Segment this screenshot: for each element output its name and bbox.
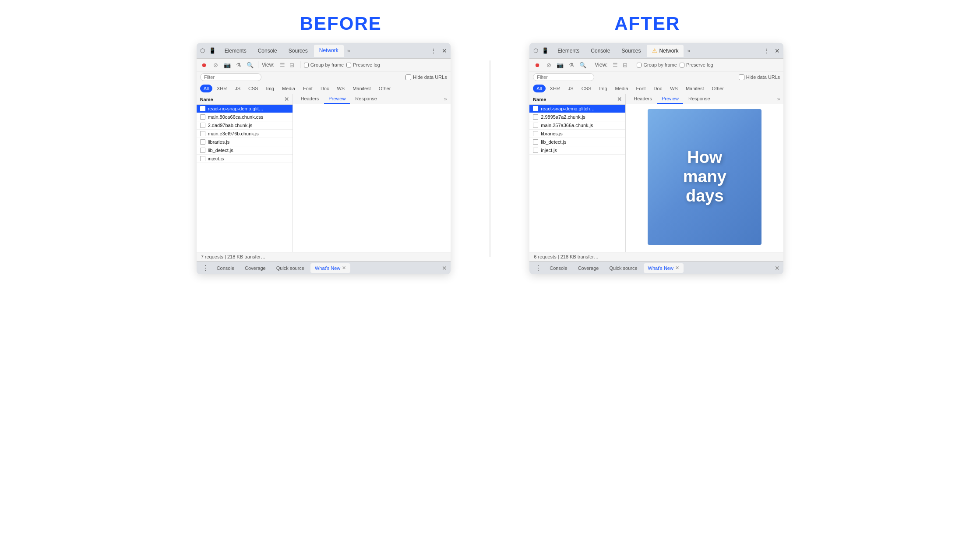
before-tab-more[interactable]: » <box>345 48 353 54</box>
before-type-media[interactable]: Media <box>278 85 299 92</box>
after-type-img[interactable]: Img <box>596 85 610 92</box>
after-tab-preview[interactable]: Preview <box>657 94 683 104</box>
after-type-js[interactable]: JS <box>564 85 577 92</box>
before-bottom-whats-new-close[interactable]: ✕ <box>342 265 346 271</box>
before-tab-network[interactable]: Network <box>314 45 344 57</box>
before-search-btn[interactable]: 🔍 <box>246 60 254 69</box>
after-tab-response[interactable]: Response <box>684 94 715 104</box>
before-type-font[interactable]: Font <box>300 85 316 92</box>
before-filter-btn[interactable]: ⚗ <box>234 60 243 69</box>
after-type-xhr[interactable]: XHR <box>546 85 564 92</box>
before-camera-btn[interactable]: 📷 <box>223 60 232 69</box>
after-preview-more[interactable]: » <box>777 96 780 102</box>
before-type-js[interactable]: JS <box>231 85 244 92</box>
after-more-options-icon[interactable]: ⋮ <box>762 46 770 55</box>
after-bottom-menu-icon[interactable]: ⋮ <box>533 264 543 272</box>
before-device-icon[interactable]: 📱 <box>209 47 216 54</box>
before-file-item-6[interactable]: inject.js <box>197 155 293 163</box>
after-bottom-quick-source[interactable]: Quick source <box>605 263 642 273</box>
before-file-item-5[interactable]: lib_detect.js <box>197 146 293 155</box>
after-bottom-console[interactable]: Console <box>545 263 571 273</box>
after-filter-input[interactable] <box>533 73 594 81</box>
before-bottom-coverage[interactable]: Coverage <box>240 263 270 273</box>
before-tab-preview[interactable]: Preview <box>324 94 350 104</box>
after-preserve-log-checkbox[interactable] <box>680 63 684 67</box>
after-type-manifest[interactable]: Manifest <box>682 85 708 92</box>
after-preserve-log[interactable]: Preserve log <box>680 62 713 67</box>
after-list-view-icon[interactable]: ☰ <box>611 60 620 69</box>
after-device-icon[interactable]: 📱 <box>542 47 549 54</box>
after-type-font[interactable]: Font <box>633 85 649 92</box>
after-camera-btn[interactable]: 📷 <box>556 60 564 69</box>
before-type-css[interactable]: CSS <box>245 85 262 92</box>
after-bottom-whats-new-close[interactable]: ✕ <box>675 265 679 271</box>
before-type-all[interactable]: All <box>200 85 212 92</box>
after-tab-console[interactable]: Console <box>585 45 615 57</box>
before-bottom-console[interactable]: Console <box>212 263 239 273</box>
before-inspect-icon[interactable]: ⬡ <box>199 47 206 54</box>
after-waterfall-view-icon[interactable]: ⊟ <box>620 60 629 69</box>
after-tab-network[interactable]: ⚠ Network <box>647 45 684 57</box>
after-close-icon[interactable]: ✕ <box>774 46 781 55</box>
before-hide-data-urls[interactable]: Hide data URLs <box>405 74 447 80</box>
before-type-manifest[interactable]: Manifest <box>349 85 374 92</box>
before-group-by-frame[interactable]: Group by frame <box>304 62 344 67</box>
before-col-close-icon[interactable]: ✕ <box>284 96 289 103</box>
before-hide-data-urls-checkbox[interactable] <box>405 74 411 80</box>
before-clear-btn[interactable]: ⊘ <box>212 60 220 69</box>
before-file-item-0[interactable]: react-no-snap-demo.glit… <box>197 105 293 113</box>
after-filter-btn[interactable]: ⚗ <box>567 60 576 69</box>
before-type-other[interactable]: Other <box>375 85 395 92</box>
before-record-btn[interactable]: ⏺ <box>200 60 209 69</box>
before-bottom-quick-source[interactable]: Quick source <box>272 263 309 273</box>
before-tab-elements[interactable]: Elements <box>219 45 252 57</box>
after-type-media[interactable]: Media <box>612 85 632 92</box>
after-bottom-whats-new[interactable]: What's New ✕ <box>644 263 684 273</box>
before-waterfall-view-icon[interactable]: ⊟ <box>288 60 296 69</box>
after-col-close-icon[interactable]: ✕ <box>617 96 622 103</box>
before-file-item-1[interactable]: main.80ca66ca.chunk.css <box>197 113 293 121</box>
before-tab-response[interactable]: Response <box>351 94 381 104</box>
after-group-by-frame[interactable]: Group by frame <box>637 62 677 67</box>
before-filter-input[interactable] <box>200 73 261 81</box>
before-list-view-icon[interactable]: ☰ <box>278 60 287 69</box>
before-bottom-whats-new[interactable]: What's New ✕ <box>310 263 350 273</box>
after-type-other[interactable]: Other <box>708 85 727 92</box>
after-type-ws[interactable]: WS <box>666 85 681 92</box>
before-tab-headers[interactable]: Headers <box>296 94 324 104</box>
after-hide-data-urls-checkbox[interactable] <box>739 74 744 80</box>
after-bottom-close-icon[interactable]: ✕ <box>775 265 780 272</box>
after-search-btn[interactable]: 🔍 <box>578 60 587 69</box>
after-tab-elements[interactable]: Elements <box>552 45 585 57</box>
before-type-img[interactable]: Img <box>263 85 278 92</box>
before-type-xhr[interactable]: XHR <box>213 85 230 92</box>
before-group-by-frame-checkbox[interactable] <box>304 63 309 67</box>
after-file-item-4[interactable]: lib_detect.js <box>529 138 625 146</box>
before-bottom-close-icon[interactable]: ✕ <box>442 265 447 272</box>
before-type-doc[interactable]: Doc <box>317 85 333 92</box>
before-file-item-2[interactable]: 2.dad97bab.chunk.js <box>197 121 293 130</box>
before-type-ws[interactable]: WS <box>333 85 348 92</box>
after-tab-more[interactable]: » <box>684 48 693 54</box>
after-type-css[interactable]: CSS <box>578 85 595 92</box>
after-bottom-coverage[interactable]: Coverage <box>574 263 603 273</box>
before-preserve-log[interactable]: Preserve log <box>346 62 380 67</box>
after-group-by-frame-checkbox[interactable] <box>637 63 642 67</box>
after-hide-data-urls[interactable]: Hide data URLs <box>739 74 780 80</box>
after-inspect-icon[interactable]: ⬡ <box>532 47 539 54</box>
before-more-options-icon[interactable]: ⋮ <box>430 46 437 55</box>
before-file-item-4[interactable]: libraries.js <box>197 138 293 146</box>
after-record-btn[interactable]: ⏺ <box>533 60 542 69</box>
after-type-all[interactable]: All <box>533 85 545 92</box>
before-file-item-3[interactable]: main.e3ef976b.chunk.js <box>197 130 293 138</box>
after-file-item-2[interactable]: main.257a366a.chunk.js <box>529 121 625 130</box>
after-type-doc[interactable]: Doc <box>650 85 666 92</box>
after-file-item-5[interactable]: inject.js <box>529 146 625 155</box>
before-preview-more[interactable]: » <box>444 96 447 102</box>
before-bottom-menu-icon[interactable]: ⋮ <box>200 264 211 272</box>
after-file-item-0[interactable]: react-snap-demo.glitch… <box>529 105 625 113</box>
before-close-icon[interactable]: ✕ <box>441 46 448 55</box>
before-tab-console[interactable]: Console <box>253 45 282 57</box>
after-tab-headers[interactable]: Headers <box>629 94 656 104</box>
after-tab-sources[interactable]: Sources <box>616 45 646 57</box>
